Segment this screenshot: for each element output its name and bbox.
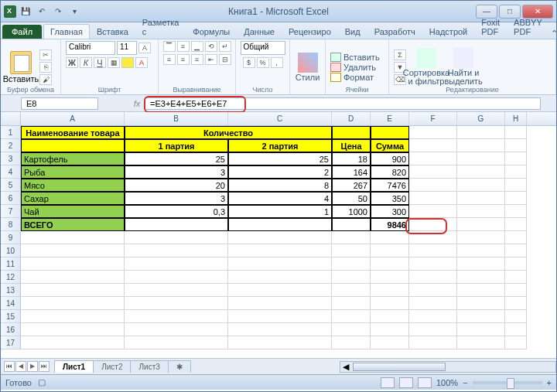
cell[interactable] [457,152,505,165]
cell[interactable] [409,192,457,205]
row-header[interactable]: 3 [1,152,21,165]
cell[interactable] [332,297,371,310]
cell-sum[interactable]: 9846 [371,218,409,231]
cell[interactable] [409,244,457,257]
tab-foxit[interactable]: Foxit PDF [474,15,507,39]
fill-color-icon[interactable] [121,57,134,68]
tab-data[interactable]: Данные [237,24,282,39]
cell[interactable] [505,192,527,205]
col-header-h[interactable]: H [505,112,527,125]
cell[interactable] [21,139,125,152]
macro-record-icon[interactable]: ▢ [38,377,46,387]
cell[interactable] [228,244,332,257]
cell[interactable] [332,323,371,336]
cell[interactable] [371,257,409,271]
tab-abbyy[interactable]: ABBYY PDF [507,15,549,39]
cell[interactable] [457,231,505,244]
cell[interactable] [332,284,371,297]
cell[interactable] [125,257,228,271]
cell[interactable]: Сумма [371,139,409,152]
col-header-b[interactable]: B [125,112,228,125]
cell[interactable] [21,310,125,323]
cell[interactable] [409,218,457,231]
paste-button[interactable]: Вставить [5,51,36,84]
cell[interactable]: 2 партия [228,139,332,152]
row-header[interactable]: 8 [1,218,21,231]
cell[interactable]: 50 [332,192,371,205]
align-bot-icon[interactable]: ▁ [191,41,203,52]
cell[interactable] [125,271,228,284]
font-color-icon[interactable]: A [135,57,148,68]
cell[interactable]: 7476 [371,179,409,192]
cell[interactable] [228,271,332,284]
format-cells-button[interactable]: Формат [330,73,374,82]
row-header[interactable]: 14 [1,297,21,310]
row-header[interactable]: 9 [1,231,21,244]
cell[interactable] [332,244,371,257]
cell[interactable] [457,257,505,271]
italic-icon[interactable]: К [80,57,92,68]
tab-addins[interactable]: Надстрой [422,24,474,39]
col-header-f[interactable]: F [409,112,457,125]
cell[interactable] [228,231,332,244]
cell[interactable] [371,323,409,336]
cell[interactable] [332,126,371,139]
cell[interactable] [371,271,409,284]
cell[interactable] [21,257,125,271]
cell[interactable] [505,336,527,349]
col-header-g[interactable]: G [457,112,505,125]
tab-file[interactable]: Файл [2,25,42,39]
find-select-button[interactable]: Найти и выделить [446,48,480,86]
cell[interactable] [21,284,125,297]
cell[interactable]: 0,3 [125,205,228,218]
cell[interactable]: Количество [125,126,332,139]
tab-developer[interactable]: Разработч [367,24,422,39]
row-header[interactable]: 7 [1,205,21,218]
sheet-tab-2[interactable]: Лист2 [93,360,131,373]
cell[interactable] [371,126,409,139]
cell[interactable]: 25 [228,152,332,165]
autosum-icon[interactable]: Σ [394,49,406,60]
row-header[interactable]: 16 [1,323,21,336]
copy-icon[interactable]: ⎘ [39,62,52,73]
cell[interactable] [125,231,228,244]
cell[interactable] [457,139,505,152]
cell[interactable] [332,257,371,271]
row-header[interactable]: 10 [1,244,21,257]
select-all-button[interactable] [1,112,21,125]
orientation-icon[interactable]: ⟲ [205,41,217,52]
cell[interactable] [505,323,527,336]
cell[interactable]: 900 [371,152,409,165]
cell[interactable] [125,297,228,310]
new-sheet-button[interactable]: ✱ [168,360,191,373]
cell[interactable] [125,323,228,336]
bold-icon[interactable]: Ж [66,57,78,68]
cell[interactable] [409,231,457,244]
cell[interactable] [505,257,527,271]
comma-icon[interactable]: , [271,57,283,68]
cell[interactable] [505,310,527,323]
sheet-nav-prev-icon[interactable]: ◀ [15,361,26,372]
formula-bar[interactable]: =E3+E4+E5+E6+E7 [145,97,541,110]
cell[interactable]: 25 [125,152,228,165]
align-center-icon[interactable]: ≡ [177,54,190,65]
cell[interactable] [457,297,505,310]
cell[interactable] [409,310,457,323]
tab-home[interactable]: Главная [43,24,90,39]
cell[interactable] [125,284,228,297]
tab-insert[interactable]: Вставка [90,24,135,39]
cell[interactable] [332,231,371,244]
cell[interactable] [409,126,457,139]
row-header[interactable]: 13 [1,284,21,297]
cell[interactable]: 820 [371,165,409,179]
cell[interactable] [228,323,332,336]
col-header-c[interactable]: C [228,112,332,125]
cell[interactable] [371,244,409,257]
row-header[interactable]: 15 [1,310,21,323]
cell[interactable]: 164 [332,165,371,179]
cell[interactable] [21,297,125,310]
view-layout-icon[interactable] [399,377,413,388]
cell[interactable] [505,218,527,231]
cell[interactable] [505,152,527,165]
tab-view[interactable]: Вид [338,24,367,39]
